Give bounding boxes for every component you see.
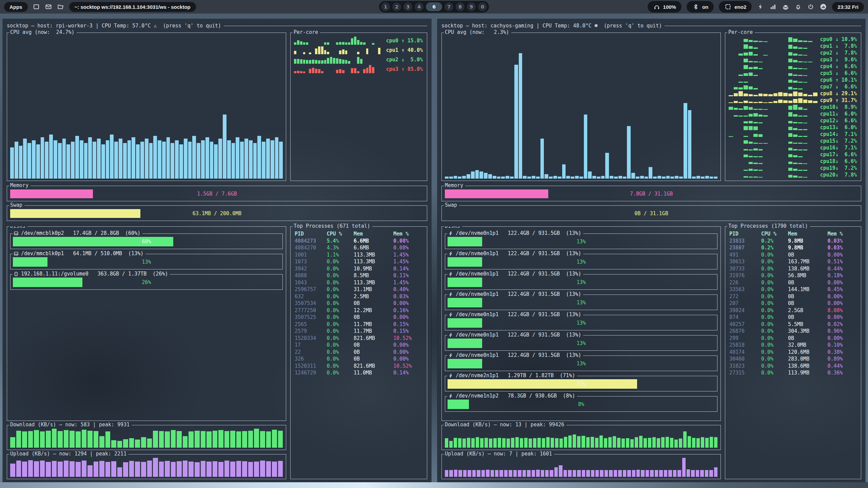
core-row: cpu2 ↓ 7.8%	[727, 49, 859, 56]
clock[interactable]: 23:32 Fri	[832, 2, 864, 12]
disk-icon	[14, 251, 19, 256]
workspace-7[interactable]: 7	[445, 2, 453, 11]
cell: 0.0%	[327, 363, 354, 369]
cell: 23807	[729, 245, 761, 251]
histogram-bar	[636, 470, 640, 477]
apps-button[interactable]: Apps	[4, 2, 28, 12]
volume-indicator[interactable]: 100%	[648, 1, 682, 13]
per-core-panel: Per-core cpu0 ↑ 15.8%cpu1 ↑ 40.0%cpu2 ↓ …	[290, 33, 427, 181]
spark-bar	[300, 41, 302, 45]
monitor-app-icon[interactable]	[820, 3, 827, 11]
workspace-9[interactable]: 9	[467, 2, 476, 11]
histogram-bar	[605, 153, 609, 179]
spark-bar	[744, 44, 748, 49]
disk-usage-percent: 13%	[448, 359, 715, 368]
cell: 26876	[729, 328, 761, 334]
workspace-4[interactable]: 4	[415, 2, 423, 11]
cell: 11.0MB	[354, 370, 393, 376]
histogram-bar	[644, 438, 647, 448]
histogram-bar	[105, 462, 111, 477]
spark-bar	[793, 122, 797, 123]
tray-icons	[757, 3, 827, 11]
disk-title: /dev/nvme1n1p2 78.3GB / 930.6GB (8%)	[447, 393, 577, 399]
spark-bar	[734, 115, 738, 117]
bolt-disk-icon	[448, 292, 453, 297]
cell: 1.45%	[393, 280, 423, 286]
disk-usage-gauge: 13%	[448, 298, 715, 307]
network-indicator[interactable]: eno2	[719, 1, 752, 13]
histogram-bar	[662, 177, 666, 179]
spark-bar	[348, 61, 350, 64]
spark-bar	[788, 106, 793, 110]
core-label: cpu3 ↓ 9.6%	[820, 57, 859, 63]
cell: 0.0%	[761, 300, 788, 306]
workspace-8[interactable]: 8	[456, 2, 465, 11]
spark-bar	[793, 128, 797, 130]
histogram-bar	[639, 436, 643, 448]
focused-window-title[interactable]: ~: socktop ws://192.168.1.104:3031/ws - …	[69, 2, 196, 12]
histogram-bar	[635, 437, 638, 448]
cell: 0.0%	[327, 370, 354, 376]
histogram-bar	[479, 171, 483, 179]
memory-label: Memory	[9, 182, 31, 188]
histogram-bar	[230, 431, 235, 448]
bolt-icon[interactable]	[757, 3, 764, 11]
workspace-2[interactable]: 2	[392, 2, 401, 11]
bell-icon[interactable]	[794, 3, 802, 11]
process-row: 2260.0%0B0.00%	[729, 279, 857, 286]
layers-icon[interactable]	[782, 3, 789, 11]
cell: 0.08%	[393, 238, 423, 244]
histogram-bar	[502, 438, 506, 448]
signal-bars-icon[interactable]	[769, 3, 777, 11]
window-icon[interactable]	[33, 3, 40, 11]
histogram-bar	[529, 439, 532, 448]
histogram-bar	[497, 177, 501, 179]
cell: 304.3MB	[788, 328, 828, 334]
terminal-window-left[interactable]: socktop — host: rpi-worker-3 | CPU Temp:…	[3, 19, 431, 483]
workspace-6[interactable]: 6	[426, 2, 442, 11]
spark-bar	[744, 106, 748, 110]
column-header: PID	[295, 231, 327, 237]
spark-bar	[744, 59, 748, 62]
histogram-bar	[710, 177, 713, 179]
cell: 0B	[354, 300, 393, 306]
cell: 22	[295, 349, 327, 355]
spark-bar	[753, 95, 758, 96]
core-sparkline	[293, 64, 386, 74]
files-icon[interactable]	[57, 3, 64, 11]
spark-bar	[753, 61, 758, 62]
mail-icon[interactable]	[45, 3, 52, 11]
histogram-bar	[504, 470, 508, 477]
disk-title: /dev/nvme0n1p1 122.4GB / 931.5GB (13%)	[447, 271, 583, 277]
swap-panel: Swap 0B / 31.1GB	[441, 205, 861, 221]
cell: 8.5MB	[354, 272, 393, 279]
power-icon[interactable]	[807, 3, 814, 11]
workspace-0[interactable]: 0	[478, 2, 487, 11]
histogram-bar	[653, 177, 657, 179]
histogram-bar	[484, 173, 488, 179]
spark-bar	[309, 53, 311, 54]
histogram-bar	[93, 142, 96, 179]
spark-bar	[738, 108, 743, 110]
column-header: Mem %	[393, 231, 423, 237]
histogram-bar	[586, 437, 590, 448]
spark-bar	[788, 37, 793, 42]
histogram-bar	[458, 438, 461, 448]
terminal-window-right[interactable]: socktop — host: cachyos-gaming | CPU Tem…	[437, 19, 865, 483]
histogram-bar	[105, 431, 111, 448]
cpu-avg-panel: CPU avg (now: 2.3%)	[441, 33, 721, 181]
histogram-bar	[623, 470, 626, 477]
workspace-1[interactable]: 1	[381, 2, 390, 11]
histogram-bar	[581, 436, 585, 448]
cell: 30613	[729, 259, 761, 265]
histogram-bar	[696, 438, 700, 448]
cell: 283.0MB	[788, 356, 828, 362]
cell: 6.6MB	[354, 238, 393, 244]
workspace-3[interactable]: 3	[403, 2, 412, 11]
bluetooth-indicator[interactable]: on	[687, 1, 714, 13]
histogram-bar	[183, 436, 188, 448]
spark-bar	[758, 62, 763, 62]
spark-bar	[793, 169, 797, 171]
disk-title: /dev/nvme0n1p1 122.4GB / 931.5GB (13%)	[447, 291, 583, 297]
spark-bar	[793, 99, 797, 103]
